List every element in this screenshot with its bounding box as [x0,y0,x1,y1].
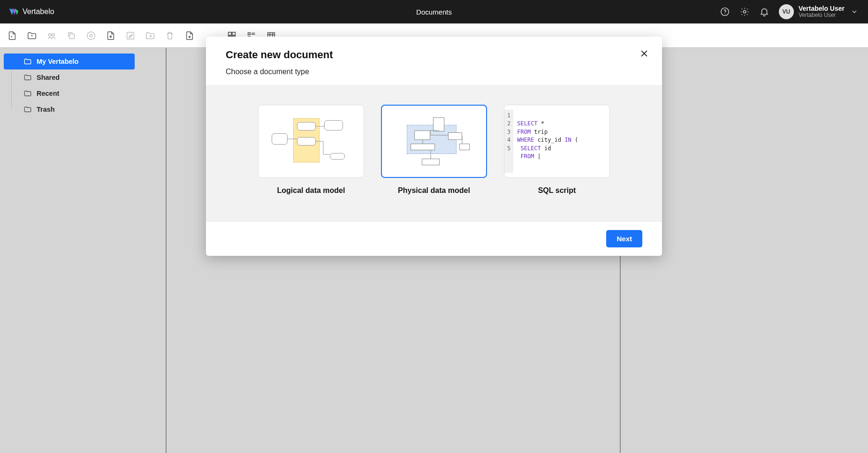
create-document-modal: Create new document Choose a document ty… [206,37,662,256]
option-physical-data-model[interactable]: Physical data model [381,105,487,195]
modal-subtitle: Choose a document type [226,68,642,76]
modal-header: Create new document Choose a document ty… [206,37,662,85]
sql-card-preview: 1 2 3 4 5 SELECT * FROM trip WHERE city_… [504,105,610,178]
physical-card-preview [381,105,487,178]
modal-backdrop: Create new document Choose a document ty… [0,0,868,453]
option-label: Logical data model [277,186,345,195]
modal-body: Logical data model [206,85,662,221]
option-label: Physical data model [398,186,470,195]
close-icon[interactable] [638,47,651,60]
next-button[interactable]: Next [606,230,642,247]
logical-card-preview [258,105,364,178]
option-label: SQL script [538,186,576,195]
option-logical-data-model[interactable]: Logical data model [258,105,364,195]
modal-title: Create new document [226,49,642,61]
option-sql-script[interactable]: 1 2 3 4 5 SELECT * FROM trip WHERE city_… [504,105,610,195]
modal-footer: Next [206,221,662,256]
